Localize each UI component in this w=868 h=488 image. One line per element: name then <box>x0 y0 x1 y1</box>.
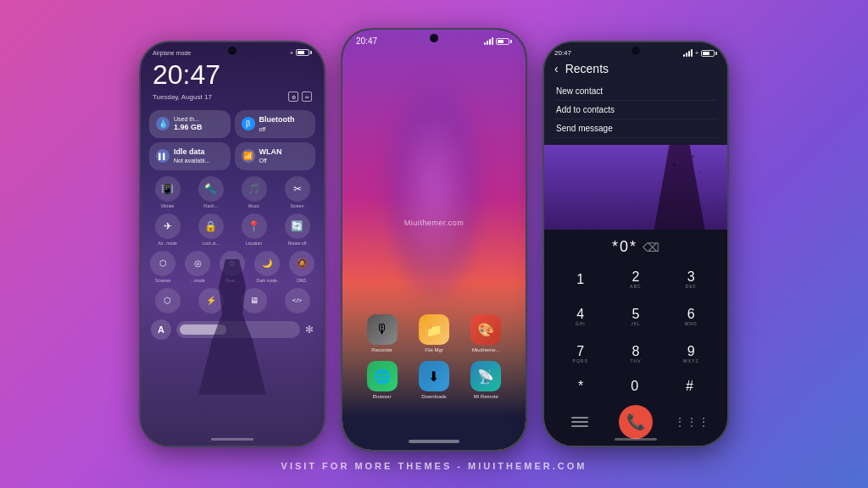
miremote-icon: 📡 <box>470 361 501 391</box>
dial-key-6[interactable]: 6 MNO <box>665 300 717 334</box>
phone3-time: 20:47 <box>554 49 571 57</box>
dial-key-star[interactable]: * <box>578 374 583 398</box>
dial-actions: 📞 ⋮⋮⋮ <box>551 400 721 442</box>
add-to-contacts-item[interactable]: Add to contacts <box>554 101 717 119</box>
idle-text: Idle data Not availabl... <box>174 147 209 165</box>
idle-data-tile[interactable]: ▌▌ Idle data Not availabl... <box>149 142 231 170</box>
browser-icon: 🌐 <box>367 361 398 391</box>
code-control[interactable]: </> <box>277 288 317 313</box>
app-miuithemer[interactable]: 🎨 Miuitheme... <box>470 314 501 352</box>
location-toggle[interactable]: 📍 Location <box>234 214 274 246</box>
delete-button[interactable]: ⌫ <box>643 241 659 254</box>
vibrate-toggle[interactable]: 📳 Vibrate <box>147 176 187 208</box>
brightness-icon: ✻ <box>305 324 314 336</box>
star-toggle[interactable]: ☆ Reac... <box>217 251 248 283</box>
app-filemanager[interactable]: 📁 File Mgr <box>419 314 449 352</box>
screenshot-toggle[interactable]: ✂ Screen <box>277 176 317 208</box>
grid-dots-button[interactable]: ⋮⋮⋮ <box>680 410 704 434</box>
settings-icon[interactable]: ⚙ <box>288 92 298 102</box>
brightness-slider[interactable] <box>176 321 300 338</box>
battery-icon <box>296 49 312 56</box>
rotate-toggle[interactable]: 🔄 Rotate off <box>277 214 317 246</box>
phone1-time: 20:47 <box>141 59 324 90</box>
recorder-label: Recorder <box>371 347 392 352</box>
dial-key-5[interactable]: 5 JKL <box>609 300 661 334</box>
miuithemer-label: Miuitheme... <box>472 347 500 352</box>
dialpad-grid: 1 2 ABC 3 DEF 4 GHI <box>551 261 721 373</box>
filemanager-icon: 📁 <box>419 314 449 345</box>
app-miremote[interactable]: 📡 Mi Remote <box>470 361 501 399</box>
browser-label: Browser <box>373 394 392 399</box>
phone1-punch-hole <box>228 47 236 55</box>
toggle-row3: ⬡ Scanner ◎ ...mode ☆ Reac... 🌙 Dark mod… <box>141 248 324 286</box>
back-button[interactable]: ‹ <box>554 62 559 75</box>
phone3-screen: 20:47 + <box>544 42 727 446</box>
phone2-punch-hole <box>430 34 438 42</box>
phone1-date-row: Tuesday, August 17 ⚙ ✏ <box>141 90 324 107</box>
menu-lines-button[interactable] <box>568 410 592 434</box>
bluetooth-text: Bluetooth off <box>259 115 295 133</box>
lock-toggle[interactable]: 🔒 Lock st... <box>191 214 231 246</box>
app-browser[interactable]: 🌐 Browser <box>367 361 398 399</box>
dialpad-section: *0* ⌫ 1 2 ABC 3 <box>544 230 727 446</box>
toggle-row1: 📳 Vibrate 🔦 Flash... 🎵 Music ✂ Screen <box>141 174 324 211</box>
wlan-tile[interactable]: 📶 WLAN Off <box>235 142 316 170</box>
wlan-text: WLAN Off <box>259 147 282 165</box>
brightness-fill <box>180 324 226 335</box>
dial-zero-row: * 0 # <box>551 373 721 400</box>
data-tile[interactable]: 💧 Used th... 1.96 GB <box>149 110 231 138</box>
recorder-icon: 🎙 <box>367 314 398 345</box>
app-recorder[interactable]: 🎙 Recorder <box>367 314 398 352</box>
bluetooth-tile[interactable]: β Bluetooth off <box>235 110 316 138</box>
readmode-toggle[interactable]: ◎ ...mode <box>182 251 214 283</box>
dial-number-display: *0* <box>612 238 637 256</box>
dial-key-4[interactable]: 4 GHI <box>554 300 606 334</box>
data-value: 1.96 GB <box>174 123 203 133</box>
plus-icon: + <box>695 50 698 56</box>
wifi-icon: 📶 <box>242 149 255 163</box>
phone3: 20:47 + <box>542 41 729 447</box>
scanner-toggle[interactable]: ⬡ Scanner <box>147 251 179 283</box>
dial-display: *0* ⌫ <box>551 233 721 261</box>
dial-key-1[interactable]: 1 <box>554 263 606 297</box>
miremote-label: Mi Remote <box>474 394 498 399</box>
screen-control[interactable]: 🖥 <box>234 288 274 313</box>
dial-key-7[interactable]: 7 PQRS <box>554 337 606 371</box>
call-icon: 📞 <box>626 413 645 431</box>
dial-key-8[interactable]: 8 TUV <box>609 337 661 371</box>
phone2-bg: 20:47 <box>342 30 526 450</box>
phone1-date: Tuesday, August 17 <box>153 93 212 101</box>
music-toggle[interactable]: 🎵 Music <box>234 176 274 208</box>
phone2: 20:47 <box>341 28 527 452</box>
wlan-label: WLAN <box>259 147 282 158</box>
airplane-mode-label: Airplane mode <box>153 50 191 56</box>
airplane-toggle[interactable]: ✈ Air.. mode <box>147 214 187 246</box>
send-message-item[interactable]: Send message <box>554 119 717 138</box>
phone3-home-indicator <box>615 438 657 441</box>
toggle-row2: ✈ Air.. mode 🔒 Lock st... 📍 Location 🔄 R… <box>141 211 324 248</box>
flashlight-toggle[interactable]: 🔦 Flash... <box>191 176 231 208</box>
app-downloads[interactable]: ⬇ Downloads <box>419 361 449 399</box>
dial-key-hash[interactable]: # <box>686 374 693 398</box>
hash-key: # <box>686 379 693 394</box>
app-row-1: 🎙 Recorder 📁 File Mgr 🎨 Miuitheme... <box>356 314 512 352</box>
phone3-title-row: ‹ Recents <box>554 62 717 75</box>
edit-icon[interactable]: ✏ <box>302 92 312 102</box>
phone1-screen: Airplane mode + 20:47 <box>141 42 324 446</box>
hex-control[interactable]: ⬡ <box>147 288 187 313</box>
dial-key-0[interactable]: 0 <box>631 374 638 398</box>
brightness-row: A ✻ <box>141 316 324 343</box>
new-contact-item[interactable]: New contact <box>554 82 717 101</box>
font-size-btn[interactable]: A <box>151 319 171 340</box>
downloads-label: Downloads <box>421 394 447 399</box>
darkmode-toggle[interactable]: 🌙 Dark mode <box>251 251 282 283</box>
dial-key-9[interactable]: 9 WXYZ <box>665 337 717 371</box>
flash-control[interactable]: ⚡ <box>191 288 231 313</box>
phone3-punch-hole <box>632 47 640 55</box>
dnd-toggle[interactable]: 🔕 DND <box>286 251 317 283</box>
dial-key-3[interactable]: 3 DEF <box>665 263 717 297</box>
dial-key-2[interactable]: 2 ABC <box>609 263 661 297</box>
phone2-home-indicator <box>409 440 459 443</box>
call-button[interactable]: 📞 <box>619 405 653 439</box>
bottom-controls: ⬡ ⚡ 🖥 </> <box>141 286 324 316</box>
